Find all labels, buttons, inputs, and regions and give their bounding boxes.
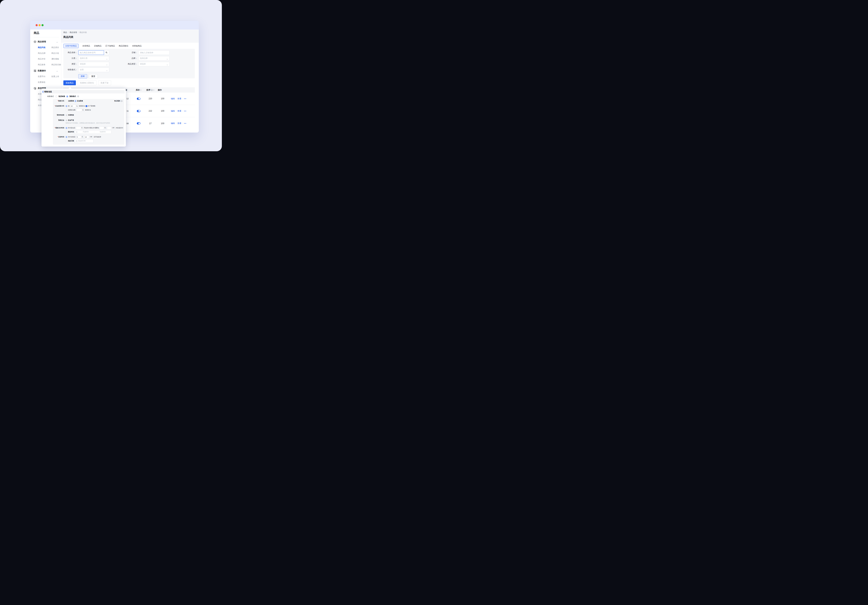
popup-section-header: 销售信息 bbox=[43, 90, 125, 93]
more-actions-icon[interactable]: ••• bbox=[184, 110, 186, 112]
add-product-button[interactable]: 添加商品 bbox=[64, 81, 76, 85]
deposit-percent-after: 收取定金 bbox=[79, 105, 85, 107]
product-type-label: 商品类型： bbox=[121, 63, 137, 65]
deposit-fixed-label[interactable]: 按固定金额 bbox=[68, 109, 76, 111]
type-select[interactable]: 请选择 bbox=[78, 62, 109, 66]
chevron-down-icon bbox=[166, 57, 168, 59]
help-icon[interactable]: ? bbox=[121, 100, 122, 102]
round-down-label[interactable]: 向下取整数 bbox=[88, 105, 96, 107]
sort-stock-icon[interactable] bbox=[140, 89, 141, 91]
sidebar-group-product-management[interactable]: 商品管理 bbox=[34, 40, 58, 43]
product-name-label: 商品名称： bbox=[65, 51, 77, 54]
tab-off-shelf[interactable]: 已下架商品 bbox=[105, 45, 115, 47]
batch-offshelf-button[interactable]: 批量下架 bbox=[98, 81, 111, 85]
sidebar-item-product-list[interactable]: 商品列表 bbox=[38, 46, 51, 49]
minimize-window-icon[interactable] bbox=[39, 24, 40, 26]
deposit-presale-option[interactable]: 定金预售 bbox=[77, 100, 83, 102]
tab-self-operated[interactable]: 自营商品 bbox=[82, 45, 90, 47]
view-link[interactable]: 查看 bbox=[177, 110, 181, 112]
edit-link[interactable]: 编辑 bbox=[171, 110, 175, 112]
shop-input[interactable] bbox=[138, 50, 170, 55]
chevron-up-icon[interactable] bbox=[56, 70, 58, 71]
tab-pending-review[interactable]: 待审核商品 bbox=[132, 45, 142, 47]
edit-link[interactable]: 编辑 bbox=[171, 98, 175, 100]
close-window-icon[interactable] bbox=[36, 24, 38, 26]
product-name-input-group bbox=[78, 50, 109, 55]
spot-sale-radio[interactable] bbox=[55, 96, 57, 98]
on-shelf-toggle[interactable] bbox=[137, 98, 140, 100]
round-down-checkbox[interactable]: ✓ bbox=[85, 105, 87, 107]
deposit-presale-radio[interactable] bbox=[74, 100, 76, 102]
on-shelf-toggle[interactable] bbox=[137, 122, 140, 124]
sidebar-item-batch-modify[interactable]: 批量修改 bbox=[38, 81, 51, 84]
help-icon[interactable]: ? bbox=[151, 89, 153, 91]
view-link[interactable]: 查看 bbox=[177, 122, 181, 125]
batch-recycle-button[interactable]: 批量移入回收站 bbox=[78, 81, 96, 85]
delivery-days-input[interactable] bbox=[76, 136, 81, 138]
sidebar-item-product-service[interactable]: 商品服务 bbox=[38, 63, 51, 66]
delivery-hours-input[interactable] bbox=[85, 136, 89, 138]
more-actions-icon[interactable]: ••• bbox=[184, 98, 186, 100]
sidebar-item-product-brand[interactable]: 商品品牌 bbox=[38, 51, 51, 55]
time-range-picker[interactable]: 开始时间 - 结束时间 bbox=[74, 130, 112, 134]
breadcrumb-item[interactable]: 商品 bbox=[64, 31, 67, 34]
balance-within-hours-input[interactable] bbox=[107, 127, 111, 129]
sidebar-item-batch-upload[interactable]: 批量上传 bbox=[51, 74, 59, 78]
delivery-after-payment-radio[interactable] bbox=[66, 136, 67, 138]
product-name-input[interactable] bbox=[78, 50, 104, 55]
stock-value: 17 bbox=[145, 122, 156, 125]
percent-suffix: % bbox=[76, 105, 78, 107]
sidebar-group-batch-operations[interactable]: 批量操作 bbox=[34, 69, 58, 73]
deposit-percent-prefix: 按 bbox=[68, 105, 70, 107]
aftersale-rules-link[interactable]: 售后规则 bbox=[114, 100, 120, 102]
more-actions-icon[interactable]: ••• bbox=[184, 123, 186, 124]
fixed-time-label[interactable]: 固定时间 bbox=[68, 131, 74, 133]
tab-shop-products[interactable]: 店铺商品 bbox=[94, 45, 102, 47]
presale-mode-radio[interactable] bbox=[66, 96, 68, 98]
search-button[interactable]: 搜索 bbox=[78, 74, 87, 79]
deposit-method-label: 定金收取方式 bbox=[55, 105, 64, 107]
sidebar-item-product-review[interactable]: 商品评价 bbox=[38, 57, 51, 60]
column-stock: 库存 bbox=[132, 89, 145, 92]
column-sort: 排序 ? bbox=[145, 89, 156, 92]
spot-sale-option[interactable]: 现货销售 bbox=[59, 95, 65, 98]
specified-date-row: 指定日期 请选择日期 bbox=[53, 139, 124, 143]
tab-on-sale[interactable]: 出售中的商品 bbox=[64, 44, 79, 48]
brand-select[interactable]: 选择品牌 bbox=[138, 56, 170, 60]
deposit-percent-input[interactable] bbox=[70, 105, 76, 107]
product-type-select[interactable]: 请选择 bbox=[138, 62, 170, 66]
tab-recycle-bin[interactable]: 商品回收站 bbox=[119, 45, 128, 47]
view-link[interactable]: 查看 bbox=[177, 98, 181, 100]
full-payment-presale-option[interactable]: 全款预售 bbox=[68, 100, 74, 102]
balance-days-input[interactable] bbox=[76, 127, 81, 129]
shop-label: 店铺： bbox=[121, 51, 137, 54]
sidebar-group-label: 批量操作 bbox=[38, 69, 56, 72]
breadcrumb-item[interactable]: 商品管理 bbox=[70, 31, 77, 34]
specified-date-label[interactable]: 指定日期 bbox=[68, 140, 74, 142]
validity-row: 预售有效期 长期有效 bbox=[53, 113, 124, 117]
sort-order-icon[interactable] bbox=[153, 89, 154, 91]
presale-mode-option[interactable]: 预售模式 bbox=[70, 95, 76, 98]
sales-mode-select[interactable]: 全部 bbox=[78, 68, 109, 72]
date-picker[interactable]: 请选择日期 bbox=[74, 139, 93, 143]
deposit-method-row: *定金收取方式 按 % 收取定金 ✓ 向下取整数 bbox=[53, 104, 124, 108]
category-select[interactable]: 选择分类 bbox=[78, 56, 109, 60]
sidebar-item-batch-export[interactable]: 批量导出 bbox=[38, 74, 51, 78]
balance-end: 内完成支付 bbox=[116, 127, 123, 129]
fixed-time-radio[interactable] bbox=[66, 131, 67, 133]
maximize-window-icon[interactable] bbox=[42, 24, 43, 26]
edit-link[interactable]: 编辑 bbox=[171, 122, 175, 125]
deposit-percent-radio[interactable] bbox=[66, 105, 67, 107]
chevron-up-icon[interactable] bbox=[56, 41, 58, 43]
deposit-fixed-input[interactable] bbox=[76, 109, 82, 112]
full-payment-presale-radio[interactable] bbox=[66, 100, 67, 102]
column-ops: 操作 bbox=[156, 89, 169, 92]
balance-within-days-input[interactable] bbox=[100, 127, 104, 129]
help-icon[interactable]: ? bbox=[77, 96, 79, 97]
balance-after-deposit-radio[interactable] bbox=[66, 127, 67, 129]
reset-button[interactable]: 重置 bbox=[89, 74, 98, 79]
specified-date-radio[interactable] bbox=[66, 140, 67, 142]
deposit-fixed-radio[interactable] bbox=[66, 109, 67, 111]
search-icon[interactable] bbox=[104, 50, 109, 55]
on-shelf-toggle[interactable] bbox=[137, 110, 140, 112]
